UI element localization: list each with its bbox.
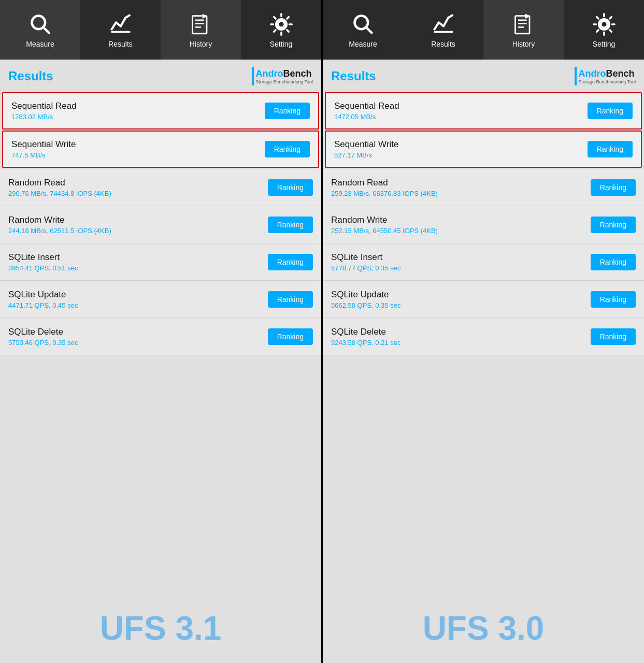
result-value: 527.17 MB/s [334, 151, 398, 159]
svg-line-1 [43, 27, 49, 33]
results-list: Sequential Read1783.02 MB/sRankingSequen… [0, 91, 321, 599]
chart-icon [108, 12, 133, 37]
ranking-button[interactable]: Ranking [591, 217, 636, 233]
svg-point-8 [278, 21, 284, 27]
logo-bar [575, 67, 577, 85]
result-info: Random Read259.28 MB/s, 66376.83 IOPS (4… [331, 178, 438, 197]
nav-label-setting: Setting [270, 40, 293, 48]
ranking-button[interactable]: Ranking [265, 103, 310, 119]
ranking-button[interactable]: Ranking [268, 328, 313, 345]
nav-label-setting: Setting [593, 40, 616, 48]
result-value: 747.5 MB/s [11, 151, 76, 159]
result-info: Sequential Write747.5 MB/s [11, 139, 76, 159]
nav-item-history[interactable]: History [483, 0, 564, 60]
result-row: Sequential Read1783.02 MB/sRanking [2, 92, 319, 129]
nav-item-measure[interactable]: Measure [0, 0, 80, 60]
ranking-button[interactable]: Ranking [591, 179, 636, 196]
svg-point-18 [600, 21, 607, 27]
content-header: ResultsAndroBenchStorage Benchmarking To… [0, 60, 321, 91]
result-info: SQLite Delete5750.46 QPS, 0.35 sec [8, 327, 78, 347]
main-container: Measure Results History SettingResultsAn… [0, 0, 644, 663]
result-row: SQLite Update4471.71 QPS, 0.45 secRankin… [0, 281, 321, 318]
nav-item-setting[interactable]: Setting [564, 0, 644, 60]
gear-icon [592, 12, 617, 37]
result-row: Random Read259.28 MB/s, 66376.83 IOPS (4… [323, 169, 644, 206]
history-icon [189, 12, 213, 37]
result-value: 259.28 MB/s, 66376.83 IOPS (4KB) [331, 190, 438, 197]
result-value: 4471.71 QPS, 0.45 sec [8, 301, 78, 309]
result-name: SQLite Delete [331, 327, 400, 337]
result-name: SQLite Delete [8, 327, 78, 337]
result-value: 5778.77 QPS, 0.35 sec [331, 264, 400, 272]
result-name: Random Read [331, 178, 438, 188]
result-value: 9243.58 QPS, 0.21 sec [331, 339, 400, 347]
result-row: Sequential Read1472.05 MB/sRanking [325, 92, 642, 129]
result-value: 5662.58 QPS, 0.35 sec [331, 301, 400, 309]
nav-label-measure: Measure [26, 40, 54, 48]
logo-text: AndroBenchStorage Benchmarking Tool [579, 68, 636, 84]
ranking-button[interactable]: Ranking [591, 254, 636, 270]
result-row: SQLite Delete9243.58 QPS, 0.21 secRankin… [323, 318, 644, 355]
ranking-button[interactable]: Ranking [268, 254, 313, 270]
result-name: Sequential Read [334, 101, 399, 111]
content-header: ResultsAndroBenchStorage Benchmarking To… [323, 60, 644, 91]
result-name: Random Read [8, 178, 111, 188]
logo-sub: Storage Benchmarking Tool [579, 79, 636, 84]
bottom-label: UFS 3.0 [323, 599, 644, 663]
result-value: 290.76 MB/s, 74434.8 IOPS (4KB) [8, 190, 111, 197]
bottom-label: UFS 3.1 [0, 599, 321, 663]
logo-main: AndroBench [579, 68, 636, 79]
ranking-button[interactable]: Ranking [588, 141, 633, 157]
result-info: SQLite Insert3954.41 QPS, 0.51 sec [8, 252, 78, 272]
result-name: SQLite Update [331, 290, 400, 300]
logo-main: AndroBench [256, 68, 313, 79]
svg-rect-13 [515, 16, 529, 33]
svg-rect-3 [192, 16, 207, 33]
result-name: SQLite Update [8, 290, 78, 300]
result-info: Random Write252.15 MB/s, 64550.45 IOPS (… [331, 215, 438, 235]
nav-item-measure[interactable]: Measure [323, 0, 403, 60]
result-row: Random Write252.15 MB/s, 64550.45 IOPS (… [323, 206, 644, 243]
nav-label-measure: Measure [349, 40, 377, 48]
result-row: SQLite Update5662.58 QPS, 0.35 secRankin… [323, 281, 644, 318]
result-name: Sequential Read [11, 101, 77, 111]
page-title: Results [8, 69, 53, 83]
content-area: ResultsAndroBenchStorage Benchmarking To… [0, 60, 321, 663]
logo: AndroBenchStorage Benchmarking Tool [575, 67, 636, 85]
ranking-button[interactable]: Ranking [591, 291, 636, 308]
content-area: ResultsAndroBenchStorage Benchmarking To… [323, 60, 644, 663]
ranking-button[interactable]: Ranking [268, 217, 313, 233]
ranking-button[interactable]: Ranking [268, 291, 313, 308]
result-name: Sequential Write [11, 139, 76, 150]
svg-line-11 [366, 27, 371, 33]
result-name: SQLite Insert [331, 252, 400, 263]
nav-label-history: History [512, 40, 535, 48]
result-value: 252.15 MB/s, 64550.45 IOPS (4KB) [331, 227, 438, 235]
nav-item-results[interactable]: Results [80, 0, 161, 60]
nav-item-setting[interactable]: Setting [241, 0, 321, 60]
result-row: Random Write244.18 MB/s, 62511.5 IOPS (4… [0, 206, 321, 243]
logo: AndroBenchStorage Benchmarking Tool [252, 67, 313, 85]
result-value: 1472.05 MB/s [334, 113, 399, 121]
ranking-button[interactable]: Ranking [265, 141, 310, 157]
logo-text: AndroBenchStorage Benchmarking Tool [256, 68, 313, 84]
result-info: SQLite Insert5778.77 QPS, 0.35 sec [331, 252, 400, 272]
result-info: SQLite Delete9243.58 QPS, 0.21 sec [331, 327, 400, 347]
ranking-button[interactable]: Ranking [268, 179, 313, 196]
ranking-button[interactable]: Ranking [588, 103, 633, 119]
nav-bar: Measure Results History Setting [0, 0, 321, 60]
ranking-button[interactable]: Ranking [591, 328, 636, 345]
nav-item-history[interactable]: History [161, 0, 241, 60]
result-value: 3954.41 QPS, 0.51 sec [8, 264, 78, 272]
chart-icon [431, 12, 456, 37]
result-info: Random Write244.18 MB/s, 62511.5 IOPS (4… [8, 215, 111, 235]
result-info: SQLite Update4471.71 QPS, 0.45 sec [8, 290, 78, 309]
result-row: Sequential Write747.5 MB/sRanking [2, 131, 319, 168]
nav-item-results[interactable]: Results [403, 0, 483, 60]
history-icon [511, 12, 536, 37]
result-name: SQLite Insert [8, 252, 78, 263]
result-value: 1783.02 MB/s [11, 113, 77, 121]
result-info: SQLite Update5662.58 QPS, 0.35 sec [331, 290, 400, 309]
result-info: Random Read290.76 MB/s, 74434.8 IOPS (4K… [8, 178, 111, 197]
result-value: 5750.46 QPS, 0.35 sec [8, 339, 78, 347]
